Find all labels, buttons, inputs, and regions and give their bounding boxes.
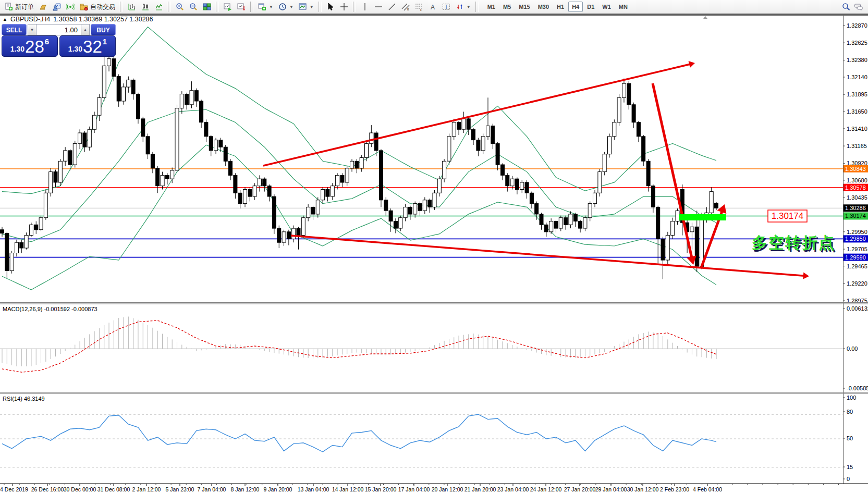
timeframe-M15[interactable]: M15 <box>515 2 533 12</box>
chart-canvas[interactable]: 1.30174多空转折点多空转折点1.328701.326251.323801.… <box>0 0 868 493</box>
auto-scroll-icon <box>224 3 232 11</box>
time-axis-label: 31 Dec 08:00 <box>97 486 130 492</box>
templates-button[interactable]: ▼ <box>296 2 316 12</box>
auto-trading-icon <box>80 3 88 11</box>
dropdown-caret-icon: ▼ <box>289 5 294 9</box>
bar-chart-mode-button[interactable] <box>125 2 139 12</box>
volume-decrease-button[interactable]: ▼ <box>28 24 36 35</box>
volume-increase-button[interactable]: ▲ <box>81 24 90 35</box>
zoom-in-icon <box>176 3 184 11</box>
price-axis-label: 1.31410 <box>847 126 867 132</box>
sell-price-pips: 28 <box>25 39 44 55</box>
person-chart-icon <box>53 3 61 11</box>
buy-price-prefix: 1.30 <box>68 45 82 53</box>
buy-button[interactable]: BUY <box>91 24 116 35</box>
rsi-axis-label: 15 <box>847 464 853 470</box>
gold-icon <box>39 3 47 11</box>
channel-tool-button[interactable]: E <box>399 2 412 12</box>
timeframe-M5[interactable]: M5 <box>499 2 515 12</box>
new-order-icon <box>5 3 13 11</box>
timeframe-W1[interactable]: W1 <box>598 2 615 12</box>
chart-title: ▲ GBPUSD-,H4 1.30358 1.30369 1.30257 1.3… <box>3 16 153 23</box>
trendline-icon <box>388 3 396 11</box>
time-axis-label: 2 Feb 23:00 <box>660 486 689 492</box>
auto-scroll-button[interactable] <box>221 2 235 12</box>
market-watch-button[interactable] <box>36 2 50 12</box>
toolbar-right-group <box>842 3 866 11</box>
periods-button[interactable]: ▼ <box>276 2 296 12</box>
cursor-icon <box>326 3 335 11</box>
zoom-out-button[interactable] <box>187 2 200 12</box>
price-axis-label: 1.30680 <box>847 177 867 183</box>
sell-button[interactable]: SELL <box>2 24 27 35</box>
svg-text:T: T <box>445 4 448 10</box>
price-axis-label: 1.29465 <box>847 263 867 269</box>
candle-chart-mode-button[interactable] <box>139 2 152 12</box>
price-badge-label: 1.30286 <box>845 205 866 211</box>
mt4-window: 新订单 自动交易 <box>0 0 868 493</box>
timeframe-H4[interactable]: H4 <box>568 2 583 12</box>
tile-windows-button[interactable] <box>200 2 214 12</box>
timeframe-MN[interactable]: MN <box>615 2 631 12</box>
time-axis-label: 24 Jan 12:00 <box>530 486 562 492</box>
price-axis-label: 1.28975 <box>847 298 867 304</box>
timeframe-M1[interactable]: M1 <box>484 2 499 12</box>
arrows-tool-button[interactable]: ▼ <box>453 2 473 12</box>
search-icon[interactable] <box>842 3 850 11</box>
new-order-button[interactable]: 新订单 <box>2 2 36 12</box>
price-badge-label: 1.30174 <box>845 213 866 219</box>
price-axis-label: 1.31895 <box>847 91 867 97</box>
label-tool-button[interactable]: T <box>439 2 453 12</box>
new-order-label: 新订单 <box>15 3 34 11</box>
rsi-axis-label: 80 <box>847 409 853 415</box>
time-axis-label: 27 Jan 20:00 <box>564 486 596 492</box>
sell-price-point: 6 <box>45 37 49 46</box>
time-axis-label: 29 Jan 04:00 <box>595 486 627 492</box>
hline-tool-button[interactable] <box>372 2 385 12</box>
new-chart-icon <box>258 3 266 11</box>
time-axis-label: 14 Jan 12:00 <box>332 486 364 492</box>
fibonacci-tool-button[interactable]: F <box>412 2 426 12</box>
trendline-tool-button[interactable] <box>385 2 399 12</box>
price-axis-label: 1.31650 <box>847 108 867 115</box>
chart-shift-button[interactable] <box>235 2 248 12</box>
crosshair-tool-button[interactable] <box>337 2 351 12</box>
chat-icon[interactable] <box>854 3 863 11</box>
rsi-axis-label: 100 <box>847 395 856 401</box>
signals-button[interactable] <box>64 2 77 12</box>
price-callout-text: 1.30174 <box>772 211 803 221</box>
timeframe-D1[interactable]: D1 <box>583 2 598 12</box>
time-axis-label: 24 Dec 2019 <box>0 486 28 492</box>
timeframe-H1[interactable]: H1 <box>553 2 568 12</box>
sell-price-display[interactable]: 1.30 28 6 <box>2 35 58 57</box>
line-chart-mode-button[interactable] <box>152 2 166 12</box>
auto-trading-button[interactable]: 自动交易 <box>77 2 118 12</box>
macd-axis-label: 0.006132 <box>847 305 868 312</box>
text-icon: A <box>429 3 437 11</box>
price-badge-label: 1.30578 <box>845 184 866 191</box>
equidistant-channel-icon: E <box>401 3 410 11</box>
main-toolbar: 新订单 自动交易 <box>0 0 868 15</box>
price-badge-label: 1.29590 <box>845 254 866 261</box>
time-axis-label: 26 Dec 16:00 <box>31 486 64 492</box>
toolbar-separator <box>319 2 322 12</box>
timeframe-M30[interactable]: M30 <box>534 2 553 12</box>
price-axis-label: 1.29950 <box>847 229 867 235</box>
price-axis-label: 1.30435 <box>847 194 867 201</box>
crosshair-icon <box>340 3 348 11</box>
candle-chart-icon <box>141 3 150 11</box>
text-tool-button[interactable]: A <box>426 2 439 12</box>
vline-tool-button[interactable] <box>358 2 372 12</box>
cursor-tool-button[interactable] <box>324 2 337 12</box>
new-chart-button[interactable]: ▼ <box>255 2 276 12</box>
data-window-button[interactable] <box>50 2 64 12</box>
arrow-objects-icon <box>456 3 464 11</box>
one-click-trading-panel: SELL ▼ 1.00 ▲ BUY 1.30 28 6 1.30 32 1 <box>2 23 116 57</box>
macd-axis-label: -0.00585 <box>847 385 868 391</box>
price-axis-label: 1.29220 <box>847 280 867 287</box>
zoom-in-button[interactable] <box>173 2 187 12</box>
volume-input[interactable]: 1.00 <box>36 24 81 35</box>
buy-price-point: 1 <box>103 37 107 46</box>
buy-price-display[interactable]: 1.30 32 1 <box>59 35 116 57</box>
svg-text:F: F <box>420 8 422 11</box>
